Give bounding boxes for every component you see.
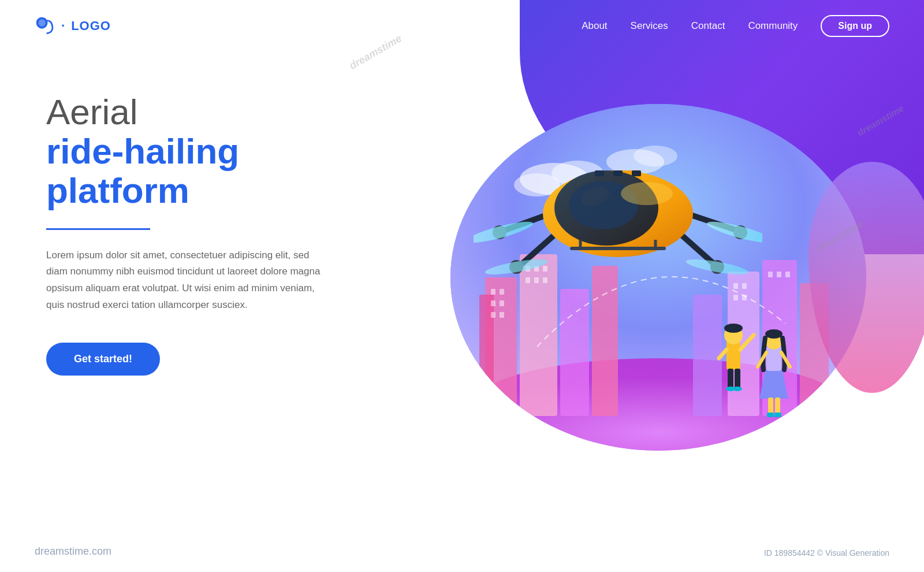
logo-label: LOGO xyxy=(71,18,111,34)
svg-point-45 xyxy=(733,387,742,391)
svg-point-62 xyxy=(705,218,762,247)
headline-container: Aerial ride-hailing platform xyxy=(46,92,346,211)
svg-point-60 xyxy=(474,218,535,247)
headline-bold-line1: ride-hailing xyxy=(46,132,346,171)
svg-rect-54 xyxy=(774,413,781,417)
svg-rect-51 xyxy=(768,398,773,415)
svg-rect-71 xyxy=(632,170,641,176)
svg-rect-46 xyxy=(766,347,781,371)
svg-rect-35 xyxy=(777,272,781,277)
hero-description: Lorem ipsum dolor sit amet, consectetuer… xyxy=(46,247,323,314)
svg-rect-34 xyxy=(768,272,773,277)
headline-light: Aerial xyxy=(46,92,346,132)
nav-community[interactable]: Community xyxy=(748,20,798,32)
svg-rect-52 xyxy=(775,398,780,415)
nav-services[interactable]: Services xyxy=(631,20,668,32)
svg-rect-43 xyxy=(735,369,740,389)
drone-svg xyxy=(474,81,762,324)
watermark-right: ID 189854442 © Visual Generation xyxy=(764,548,889,558)
illustration-area xyxy=(404,46,924,537)
svg-point-64 xyxy=(484,257,548,278)
headline-bold-line2: platform xyxy=(46,171,346,210)
watermark-left: dreamstime.com xyxy=(35,545,111,558)
hero-content: Aerial ride-hailing platform Lorem ipsum… xyxy=(46,92,346,376)
cta-button[interactable]: Get started! xyxy=(46,343,160,376)
svg-point-78 xyxy=(621,182,673,205)
svg-point-66 xyxy=(685,257,749,278)
svg-rect-42 xyxy=(728,369,733,389)
nav-contact[interactable]: Contact xyxy=(691,20,725,32)
main-nav: About Services Contact Community Sign up xyxy=(582,15,889,37)
logo-text: · xyxy=(61,18,65,34)
logo-area: · LOGO xyxy=(35,16,111,36)
svg-rect-36 xyxy=(785,272,790,277)
svg-rect-53 xyxy=(767,413,774,417)
header: · LOGO About Services Contact Community … xyxy=(0,0,924,52)
svg-rect-37 xyxy=(726,341,740,370)
logo-icon xyxy=(35,16,55,36)
svg-point-39 xyxy=(724,324,743,333)
nav-about[interactable]: About xyxy=(582,20,607,32)
svg-point-48 xyxy=(765,329,783,339)
svg-point-1 xyxy=(38,19,46,27)
headline-divider xyxy=(46,228,150,230)
signup-button[interactable]: Sign up xyxy=(821,15,889,37)
